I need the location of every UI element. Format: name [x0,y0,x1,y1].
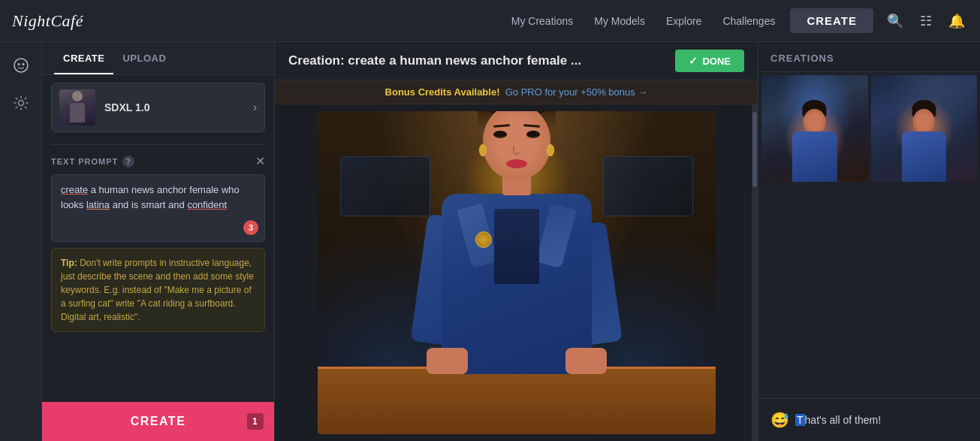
anchor-nose [513,146,520,155]
search-button[interactable]: 🔍 [884,10,906,32]
creation-thumb-1[interactable] [761,75,868,182]
bonus-link[interactable]: Go PRO for your +50% bonus → [505,86,648,98]
center-main: Creation: create a human news anchor fem… [275,42,758,441]
svg-point-0 [14,59,28,72]
all-done-rest: hat's all of them! [805,414,882,426]
model-selector[interactable]: SDXL 1.0 › [51,83,265,132]
prompt-word-create: create [61,184,88,195]
model-silhouette [67,91,88,124]
thumb-suit-2 [902,131,946,181]
thumb-figure-1 [782,91,846,181]
all-done-text: That's all of them! [795,414,881,426]
prompt-label-text: TEXT PROMPT [51,157,118,166]
nav-challenges[interactable]: Challenges [722,15,775,27]
done-button[interactable]: DONE [675,50,744,72]
topnav: NightCafé My Creations My Models Explore… [0,0,980,42]
svg-point-1 [17,63,20,65]
suit-pin [475,231,492,248]
thumb-head-2 [912,109,935,134]
panel-tabs: CREATE UPLOAD [42,42,274,75]
create-bottom-button[interactable]: CREATE 1 [42,402,274,441]
anchor-figure [412,134,622,374]
sidebar-icon-face[interactable] [8,53,34,78]
sidebar-icon-gear[interactable] [8,90,34,116]
tip-label: Tip: [61,258,77,268]
prompt-label: TEXT PROMPT ? [51,156,134,168]
prompt-word-latina: latina [86,199,110,210]
thumb-head-1 [804,109,826,134]
nav-links: My Creations My Models Explore Challenge… [511,15,776,27]
create-count-badge: 1 [247,413,264,430]
anchor-lips [506,159,527,168]
right-panel: CREATIONS 😅 That's [758,42,980,441]
svg-point-3 [18,101,23,106]
thumb-suit-1 [792,131,837,181]
center-scrollbar[interactable] [752,104,758,441]
main-layout: CREATE UPLOAD SDXL 1.0 › TEXT PROMPT ? [0,42,980,441]
prompt-word-confident: confident [187,199,227,210]
model-thumb-image [59,89,95,125]
main-generated-image [318,111,716,434]
svg-point-2 [22,63,24,65]
earring-left [479,144,487,156]
anchor-face [483,111,550,176]
tip-box: Tip: Don't write prompts in instructive … [51,248,265,332]
eye-left [493,131,507,138]
prompt-text: create a human news anchor female who lo… [61,183,255,212]
left-sidebar [0,42,42,441]
prompt-clear-button[interactable]: ✕ [255,154,265,168]
create-bottom-label: CREATE [131,415,186,428]
eyebrow-right [523,124,539,128]
tab-upload[interactable]: UPLOAD [113,42,175,74]
left-panel: CREATE UPLOAD SDXL 1.0 › TEXT PROMPT ? [42,42,275,441]
tip-body: Don't write prompts in instructive langu… [61,258,254,322]
eyebrow-left [493,124,509,128]
bonus-bar: Bonus Credits Available! Go PRO for your… [275,80,758,104]
creation-thumb-2[interactable] [871,75,978,182]
tab-create[interactable]: CREATE [54,42,113,74]
thumb-figure-2 [892,91,956,181]
bonus-text-strong: Bonus Credits Available! [385,86,500,98]
model-thumbnail [59,89,95,125]
prompt-box: create a human news anchor female who lo… [51,174,265,242]
nav-my-creations[interactable]: My Creations [511,15,573,27]
hand-right [565,348,607,374]
prompt-error-badge: 3 [243,220,258,235]
tip-text: Tip: Don't write prompts in instructive … [61,256,255,324]
nav-icons: 🔍 ☷ 🔔 [884,10,968,32]
anchor-suit [442,194,592,374]
center-scroll-thumb [752,112,757,187]
suit-lapel-right [535,204,577,268]
prompt-section: TEXT PROMPT ? ✕ create a human news anch… [51,154,265,402]
anchor-desk [318,367,716,434]
model-info: SDXL 1.0 [95,101,253,113]
model-name-label: SDXL 1.0 [104,101,253,113]
notification-button[interactable]: 🔔 [945,10,968,32]
divider [51,144,265,145]
nav-explore[interactable]: Explore [666,15,701,27]
all-done-emoji: 😅 [770,411,789,429]
grid-button[interactable]: ☷ [917,10,935,32]
creations-grid [758,72,980,398]
topnav-create-button[interactable]: CREATE [790,8,873,33]
eye-right [526,131,540,138]
right-panel-header: CREATIONS [758,42,980,72]
prompt-help-icon[interactable]: ? [122,156,134,168]
nav-my-models[interactable]: My Models [594,15,645,27]
hand-left [427,348,468,374]
creation-title: Creation: create a human news anchor fem… [288,53,666,68]
main-image-area [275,104,758,441]
all-done-highlight: T [795,414,805,426]
news-anchor-scene [318,111,716,434]
model-arrow-icon: › [253,101,257,114]
creation-header: Creation: create a human news anchor fem… [275,42,758,80]
prompt-header: TEXT PROMPT ? ✕ [51,154,265,168]
app-logo: NightCafé [12,11,83,31]
all-done-section: 😅 That's all of them! [758,398,980,441]
earring-right [547,144,554,156]
